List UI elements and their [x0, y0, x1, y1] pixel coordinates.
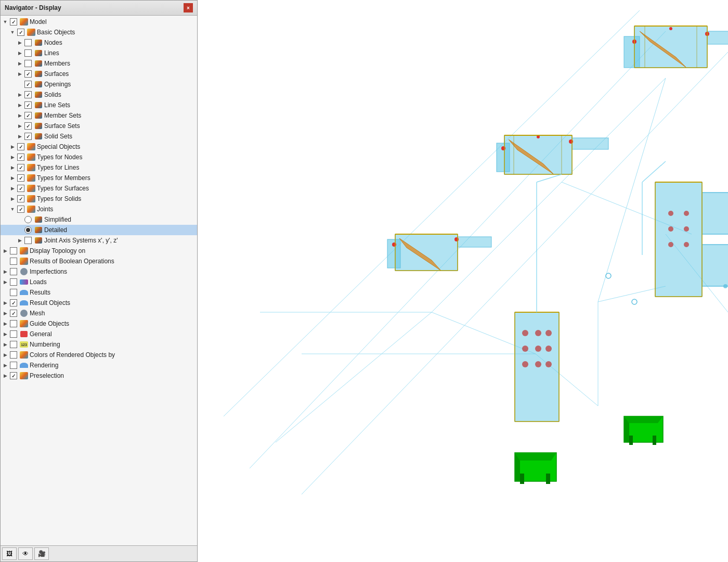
- tree-item-preselection[interactable]: Preselection: [1, 371, 197, 381]
- main-3d-view[interactable]: [198, 0, 728, 562]
- checkbox-basic-objects[interactable]: [17, 29, 24, 36]
- toolbar-camera-button[interactable]: 🎥: [34, 547, 49, 560]
- checkbox-joint-axis[interactable]: [24, 237, 32, 244]
- expander-types-for-solids[interactable]: [9, 195, 16, 202]
- checkbox-display-topology[interactable]: [10, 247, 17, 254]
- checkbox-result-objects[interactable]: [10, 299, 17, 306]
- expander-line-sets[interactable]: [16, 101, 23, 109]
- expander-loads[interactable]: [2, 278, 9, 286]
- tree-item-general[interactable]: General: [1, 329, 197, 339]
- radio-simplified[interactable]: [24, 216, 32, 223]
- expander-result-objects[interactable]: [2, 299, 9, 306]
- checkbox-mesh[interactable]: [10, 310, 17, 317]
- tree-item-member-sets[interactable]: Member Sets: [1, 110, 197, 121]
- tree-item-surface-sets[interactable]: Surface Sets: [1, 121, 197, 131]
- radio-detailed[interactable]: [24, 226, 32, 234]
- tree-item-detailed[interactable]: Detailed: [1, 225, 197, 235]
- expander-basic-objects[interactable]: [9, 29, 16, 36]
- checkbox-joints[interactable]: [17, 206, 24, 213]
- checkbox-types-for-solids[interactable]: [17, 195, 24, 202]
- expander-rendering[interactable]: [2, 362, 9, 369]
- tree-item-types-for-surfaces[interactable]: Types for Surfaces: [1, 183, 197, 194]
- checkbox-types-for-lines[interactable]: [17, 164, 24, 171]
- tree-item-results[interactable]: Results: [1, 287, 197, 298]
- tree-item-solids[interactable]: Solids: [1, 90, 197, 100]
- tree-item-openings[interactable]: Openings: [1, 79, 197, 90]
- expander-numbering[interactable]: [2, 341, 9, 348]
- tree-item-rendering[interactable]: Rendering: [1, 360, 197, 371]
- tree-item-types-for-lines[interactable]: Types for Lines: [1, 162, 197, 173]
- checkbox-loads[interactable]: [10, 278, 17, 286]
- checkbox-general[interactable]: [10, 330, 17, 338]
- expander-lines[interactable]: [16, 49, 23, 57]
- expander-surfaces[interactable]: [16, 70, 23, 78]
- tree-item-joints[interactable]: Joints: [1, 204, 197, 214]
- checkbox-special-objects[interactable]: [17, 143, 24, 150]
- expander-types-for-lines[interactable]: [9, 164, 16, 171]
- checkbox-preselection[interactable]: [10, 372, 17, 379]
- checkbox-results-boolean[interactable]: [10, 258, 17, 265]
- checkbox-types-for-nodes[interactable]: [17, 154, 24, 161]
- tree-item-results-boolean[interactable]: Results of Boolean Operations: [1, 256, 197, 266]
- checkbox-openings[interactable]: [24, 81, 32, 88]
- checkbox-numbering[interactable]: [10, 341, 17, 348]
- expander-colors-rendered[interactable]: [2, 351, 9, 359]
- toolbar-eye-button[interactable]: 👁: [18, 547, 33, 560]
- checkbox-nodes[interactable]: [24, 39, 32, 46]
- close-button[interactable]: ×: [184, 3, 193, 12]
- expander-surface-sets[interactable]: [16, 122, 23, 130]
- tree-item-guide-objects[interactable]: Guide Objects: [1, 318, 197, 329]
- checkbox-results[interactable]: [10, 289, 17, 296]
- tree-item-types-for-nodes[interactable]: Types for Nodes: [1, 152, 197, 162]
- checkbox-guide-objects[interactable]: [10, 320, 17, 327]
- expander-solid-sets[interactable]: [16, 133, 23, 140]
- checkbox-imperfections[interactable]: [10, 268, 17, 275]
- tree-item-members[interactable]: Members: [1, 58, 197, 69]
- checkbox-members[interactable]: [24, 60, 32, 67]
- expander-types-for-members[interactable]: [9, 174, 16, 182]
- tree-item-nodes[interactable]: Nodes: [1, 37, 197, 48]
- checkbox-line-sets[interactable]: [24, 101, 32, 109]
- tree-item-model[interactable]: Model: [1, 17, 197, 27]
- toolbar-display-button[interactable]: 🖼: [2, 547, 17, 560]
- checkbox-surfaces[interactable]: [24, 70, 32, 78]
- expander-nodes[interactable]: [16, 39, 23, 46]
- checkbox-solid-sets[interactable]: [24, 133, 32, 140]
- expander-preselection[interactable]: [2, 372, 9, 379]
- checkbox-types-for-surfaces[interactable]: [17, 185, 24, 192]
- tree-item-numbering[interactable]: 123Numbering: [1, 339, 197, 350]
- tree-item-display-topology[interactable]: Display Topology on: [1, 246, 197, 256]
- tree-item-simplified[interactable]: Simplified: [1, 214, 197, 225]
- expander-imperfections[interactable]: [2, 268, 9, 275]
- tree-item-loads[interactable]: Loads: [1, 277, 197, 287]
- tree-item-types-for-solids[interactable]: Types for Solids: [1, 194, 197, 204]
- expander-special-objects[interactable]: [9, 143, 16, 150]
- expander-joints[interactable]: [9, 206, 16, 213]
- expander-guide-objects[interactable]: [2, 320, 9, 327]
- checkbox-types-for-members[interactable]: [17, 174, 24, 182]
- expander-model[interactable]: [2, 18, 9, 25]
- tree-item-imperfections[interactable]: Imperfections: [1, 266, 197, 277]
- tree-item-line-sets[interactable]: Line Sets: [1, 100, 197, 110]
- tree-item-special-objects[interactable]: Special Objects: [1, 142, 197, 152]
- checkbox-surface-sets[interactable]: [24, 122, 32, 130]
- checkbox-solids[interactable]: [24, 91, 32, 98]
- tree-item-basic-objects[interactable]: Basic Objects: [1, 27, 197, 37]
- tree-item-solid-sets[interactable]: Solid Sets: [1, 131, 197, 142]
- tree-item-result-objects[interactable]: Result Objects: [1, 298, 197, 308]
- nav-tree[interactable]: ModelBasic ObjectsNodesLinesMembersSurfa…: [1, 16, 197, 545]
- checkbox-model[interactable]: [10, 18, 17, 25]
- tree-item-surfaces[interactable]: Surfaces: [1, 69, 197, 79]
- checkbox-rendering[interactable]: [10, 362, 17, 369]
- expander-types-for-surfaces[interactable]: [9, 185, 16, 192]
- tree-item-mesh[interactable]: Mesh: [1, 308, 197, 318]
- checkbox-colors-rendered[interactable]: [10, 351, 17, 359]
- expander-display-topology[interactable]: [2, 247, 9, 254]
- expander-mesh[interactable]: [2, 310, 9, 317]
- checkbox-member-sets[interactable]: [24, 112, 32, 119]
- tree-item-colors-rendered[interactable]: Colors of Rendered Objects by: [1, 350, 197, 360]
- tree-item-types-for-members[interactable]: Types for Members: [1, 173, 197, 183]
- expander-member-sets[interactable]: [16, 112, 23, 119]
- expander-solids[interactable]: [16, 91, 23, 98]
- expander-general[interactable]: [2, 330, 9, 338]
